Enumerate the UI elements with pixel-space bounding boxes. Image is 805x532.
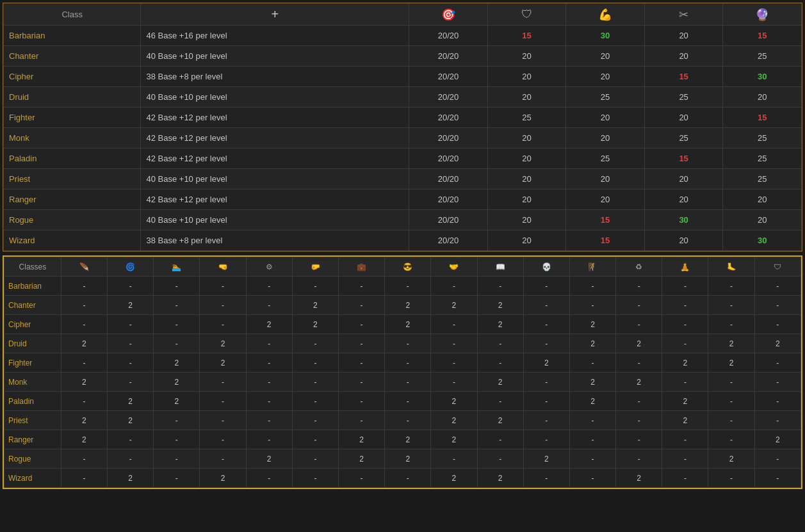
bottom-stat-cell: - <box>200 277 246 296</box>
bottom-stat-cell: - <box>431 449 477 469</box>
bottom-stat-cell: 2 <box>477 315 523 334</box>
bottom-icon-header-0: 🪶 <box>61 257 107 277</box>
formula-cell: 40 Base +10 per level <box>141 46 409 67</box>
col-icon5-header: 🔮 <box>723 4 802 26</box>
bottom-stat-cell: - <box>154 277 200 296</box>
bottom-stat-cell: - <box>662 373 708 392</box>
bottom-stat-cell: - <box>523 315 569 334</box>
bottom-stat-cell: - <box>477 449 523 469</box>
top-stat-cell: 15 <box>723 26 802 46</box>
top-stat-cell: 15 <box>566 230 645 251</box>
bottom-icon-header-1: 🌀 <box>108 257 154 277</box>
bottom-stat-cell: 2 <box>154 392 200 411</box>
bottom-stat-cell: - <box>292 334 338 353</box>
top-stat-cell: 30 <box>723 230 802 251</box>
formula-cell: 42 Base +12 per level <box>141 149 409 169</box>
top-stat-cell: 20 <box>644 26 723 46</box>
bottom-stat-cell: 2 <box>523 353 569 373</box>
top-stat-cell: 20 <box>487 230 566 251</box>
bottom-stat-cell: 2 <box>154 353 200 373</box>
bottom-stat-cell: - <box>616 411 662 430</box>
bottom-stat-cell: 2 <box>385 296 431 315</box>
bottom-stat-cell: - <box>477 334 523 353</box>
bottom-stat-cell: 2 <box>338 430 384 449</box>
bottom-stat-cell: - <box>523 469 569 488</box>
bottom-stat-cell: - <box>108 449 154 469</box>
top-stat-cell: 20/20 <box>409 128 488 149</box>
bottom-icon-header-14: 🦶 <box>708 257 754 277</box>
bottom-class-name: Paladin <box>4 392 61 411</box>
bottom-stat-cell: - <box>431 353 477 373</box>
bottom-stat-cell: - <box>292 373 338 392</box>
bottom-stat-cell: - <box>292 430 338 449</box>
bottom-stat-cell: - <box>61 392 107 411</box>
top-stat-cell: 20 <box>487 210 566 230</box>
bottom-stat-cell: - <box>569 469 615 488</box>
bottom-stat-cell: - <box>477 353 523 373</box>
bottom-stat-cell: 2 <box>477 296 523 315</box>
bottom-stat-cell: - <box>662 449 708 469</box>
bottom-stat-cell: - <box>616 277 662 296</box>
bottom-stat-cell: 2 <box>108 469 154 488</box>
bottom-class-name: Cipher <box>4 315 61 334</box>
top-stat-cell: 20/20 <box>409 87 488 108</box>
bottom-stat-cell: - <box>754 277 801 296</box>
top-class-name: Wizard <box>4 230 141 251</box>
bottom-stat-cell: 2 <box>708 334 754 353</box>
top-stat-cell: 20 <box>487 87 566 108</box>
top-stat-cell: 20/20 <box>409 149 488 169</box>
bottom-stat-cell: - <box>338 469 384 488</box>
bottom-stat-cell: - <box>108 334 154 353</box>
bottom-stat-cell: - <box>246 334 292 353</box>
bottom-stat-cell: 2 <box>292 315 338 334</box>
bottom-stat-cell: 2 <box>200 469 246 488</box>
top-stat-cell: 30 <box>566 26 645 46</box>
top-stat-cell: 20 <box>644 230 723 251</box>
bottom-stat-cell: - <box>385 353 431 373</box>
formula-cell: 40 Base +10 per level <box>141 87 409 108</box>
bottom-stat-cell: - <box>431 277 477 296</box>
top-stat-cell: 20 <box>566 108 645 128</box>
top-class-name: Barbarian <box>4 26 141 46</box>
col-icon3-header: 💪 <box>566 4 645 26</box>
bottom-stat-cell: - <box>616 449 662 469</box>
col-add-header[interactable]: + <box>141 4 409 26</box>
top-stat-cell: 20 <box>566 189 645 210</box>
bottom-stat-cell: - <box>108 373 154 392</box>
bottom-stat-cell: - <box>338 334 384 353</box>
bottom-stat-cell: - <box>154 334 200 353</box>
bottom-stat-cell: - <box>708 469 754 488</box>
top-stat-cell: 20 <box>723 210 802 230</box>
add-button[interactable]: + <box>271 7 279 22</box>
bottom-stat-cell: 2 <box>569 334 615 353</box>
top-stat-cell: 20 <box>723 87 802 108</box>
bottom-stat-cell: - <box>61 449 107 469</box>
formula-cell: 38 Base +8 per level <box>141 230 409 251</box>
bottom-stat-cell: - <box>61 277 107 296</box>
bottom-stat-cell: - <box>569 296 615 315</box>
bottom-stat-cell: - <box>708 277 754 296</box>
top-stat-cell: 20/20 <box>409 46 488 67</box>
bottom-icon-header-5: 🤛 <box>292 257 338 277</box>
top-stat-cell: 15 <box>723 108 802 128</box>
bottom-stat-cell: - <box>754 315 801 334</box>
bottom-stat-cell: 2 <box>431 411 477 430</box>
bottom-stat-cell: - <box>108 315 154 334</box>
bottom-stat-cell: - <box>61 469 107 488</box>
bottom-stat-cell: 2 <box>108 296 154 315</box>
bottom-icon-header-13: 🧘 <box>662 257 708 277</box>
bottom-stat-cell: - <box>246 277 292 296</box>
bottom-class-name: Druid <box>4 334 61 353</box>
top-class-name: Ranger <box>4 189 141 210</box>
page-wrapper: Class + 🎯 🛡 💪 ✂ 🔮 Barbarian46 Base +16 p… <box>0 0 805 492</box>
bottom-icon-header-4: ⚙ <box>246 257 292 277</box>
top-stat-cell: 20/20 <box>409 189 488 210</box>
bottom-stat-cell: - <box>338 277 384 296</box>
bottom-stat-cell: 2 <box>246 315 292 334</box>
bottom-stat-cell: 2 <box>523 449 569 469</box>
bottom-stat-cell: - <box>338 353 384 373</box>
bottom-table-container: Classes 🪶🌀🏊🤜⚙🤛💼😎🤝📖💀🧗♻🧘🦶🛡 Barbarian------… <box>3 255 802 489</box>
bottom-stat-cell: - <box>200 296 246 315</box>
bottom-stat-cell: 2 <box>385 430 431 449</box>
bottom-stat-cell: - <box>292 277 338 296</box>
